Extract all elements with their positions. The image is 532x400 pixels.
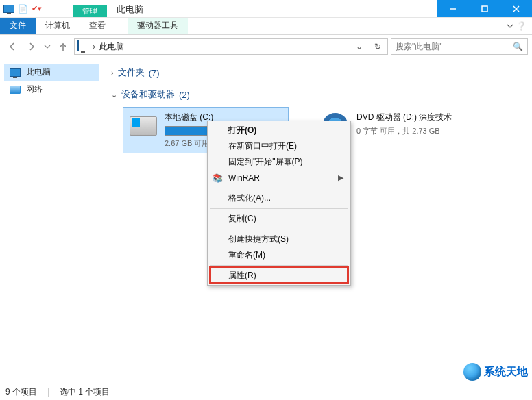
group-count: (7) bbox=[149, 68, 160, 78]
context-menu: 打开(O) 在新窗口中打开(E) 固定到"开始"屏幕(P) 📚 WinRAR ▶… bbox=[207, 121, 351, 286]
status-selected: 选中 1 个项目 bbox=[60, 386, 110, 398]
back-button[interactable] bbox=[4, 38, 21, 55]
search-box[interactable]: 🔍 bbox=[391, 38, 528, 55]
status-count: 9 个项目 bbox=[5, 386, 37, 398]
maximize-button[interactable] bbox=[469, 0, 500, 17]
menu-pin-start[interactable]: 固定到"开始"屏幕(P) bbox=[208, 154, 350, 170]
search-input[interactable] bbox=[396, 42, 513, 51]
recent-button[interactable] bbox=[43, 38, 52, 55]
ribbon-collapse-button[interactable]: ❔ bbox=[501, 18, 532, 34]
address-bar[interactable]: › 此电脑 ⌄ ↻ bbox=[74, 38, 388, 55]
menu-properties[interactable]: 属性(R) bbox=[208, 268, 350, 284]
ql-folder-icon[interactable]: 📄 bbox=[16, 3, 29, 15]
network-icon bbox=[10, 84, 21, 95]
menu-create-shortcut[interactable]: 创建快捷方式(S) bbox=[208, 232, 350, 247]
contextual-tab[interactable]: 管理 bbox=[73, 5, 107, 17]
chevron-down-icon bbox=[507, 23, 513, 29]
menu-winrar[interactable]: 📚 WinRAR ▶ bbox=[208, 170, 350, 186]
watermark: 系统天地 bbox=[463, 363, 528, 381]
sidebar-item-network[interactable]: 网络 bbox=[4, 81, 99, 98]
sidebar-item-label: 网络 bbox=[26, 84, 43, 95]
titlebar: 📄 ✔▾ 管理 此电脑 bbox=[0, 0, 532, 18]
monitor-icon bbox=[10, 67, 21, 78]
window-title: 此电脑 bbox=[107, 1, 153, 17]
group-label: 设备和驱动器 bbox=[121, 88, 175, 101]
explorer-icon bbox=[3, 3, 15, 15]
location-icon bbox=[77, 41, 88, 52]
group-folders[interactable]: › 文件夹 (7) bbox=[111, 64, 525, 82]
group-devices[interactable]: ⌄ 设备和驱动器 (2) bbox=[111, 86, 525, 103]
menu-separator bbox=[210, 188, 348, 188]
minimize-button[interactable] bbox=[437, 0, 469, 17]
ribbon-tabs: 文件 计算机 查看 驱动器工具 ❔ bbox=[0, 18, 532, 34]
address-dropdown[interactable]: ⌄ bbox=[353, 42, 365, 51]
quick-launch: 📄 ✔▾ bbox=[0, 0, 45, 17]
menu-separator bbox=[210, 265, 348, 266]
hdd-icon bbox=[129, 112, 158, 140]
globe-icon bbox=[463, 363, 481, 381]
tab-computer[interactable]: 计算机 bbox=[36, 18, 80, 34]
menu-open-new-window[interactable]: 在新窗口中打开(E) bbox=[208, 138, 350, 154]
tab-drive-tools[interactable]: 驱动器工具 bbox=[128, 18, 188, 34]
menu-rename[interactable]: 重命名(M) bbox=[208, 247, 350, 263]
status-bar: 9 个项目 选中 1 个项目 bbox=[0, 384, 532, 400]
menu-format[interactable]: 格式化(A)... bbox=[208, 190, 350, 206]
tab-file[interactable]: 文件 bbox=[0, 18, 36, 34]
refresh-button[interactable]: ↻ bbox=[370, 39, 385, 54]
breadcrumb-sep: › bbox=[93, 42, 95, 51]
breadcrumb[interactable]: 此电脑 bbox=[99, 41, 124, 53]
nav-pane: 此电脑 网络 bbox=[0, 58, 104, 384]
search-icon[interactable]: 🔍 bbox=[513, 42, 523, 51]
status-sep bbox=[48, 388, 49, 397]
window-controls bbox=[437, 0, 532, 17]
drive-free: 0 字节 可用，共 2.73 GB bbox=[356, 126, 474, 136]
contextual-tab-label: 管理 bbox=[73, 5, 107, 17]
menu-copy[interactable]: 复制(C) bbox=[208, 211, 350, 227]
tab-view[interactable]: 查看 bbox=[80, 18, 115, 34]
help-icon[interactable]: ❔ bbox=[516, 21, 527, 31]
navbar: › 此电脑 ⌄ ↻ 🔍 bbox=[0, 35, 532, 58]
svg-rect-1 bbox=[482, 6, 487, 12]
watermark-text: 系统天地 bbox=[484, 365, 528, 379]
winrar-icon: 📚 bbox=[212, 173, 223, 184]
forward-button[interactable] bbox=[23, 38, 40, 55]
ql-check-icon[interactable]: ✔▾ bbox=[30, 3, 43, 15]
menu-separator bbox=[210, 208, 348, 209]
group-label: 文件夹 bbox=[118, 66, 145, 79]
sidebar-item-thispc[interactable]: 此电脑 bbox=[4, 64, 99, 81]
menu-separator bbox=[210, 229, 348, 229]
menu-open[interactable]: 打开(O) bbox=[208, 123, 350, 138]
up-button[interactable] bbox=[55, 38, 71, 55]
close-button[interactable] bbox=[500, 0, 532, 17]
sidebar-item-label: 此电脑 bbox=[26, 66, 51, 78]
group-count: (2) bbox=[179, 90, 190, 100]
submenu-arrow-icon: ▶ bbox=[338, 173, 343, 182]
chevron-down-icon: ⌄ bbox=[111, 90, 117, 99]
chevron-right-icon: › bbox=[111, 68, 114, 77]
drive-name: DVD 驱动器 (D:) 深度技术 bbox=[356, 112, 474, 126]
